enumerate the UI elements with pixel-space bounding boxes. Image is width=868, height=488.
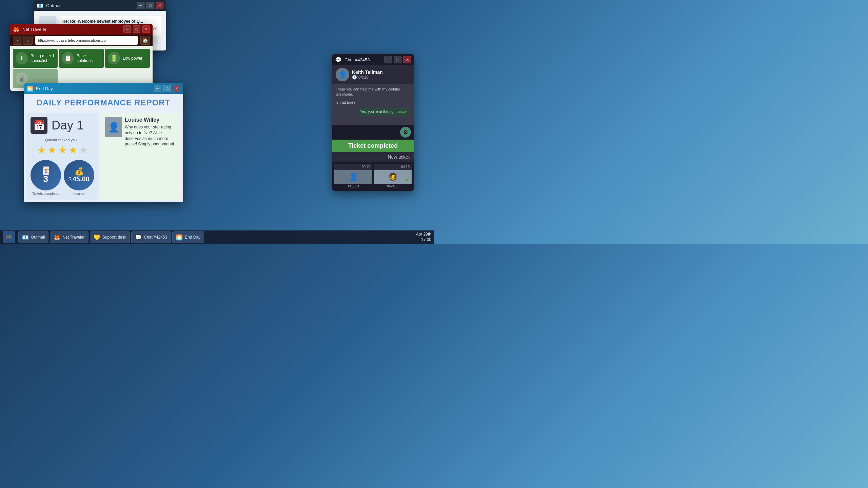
nt-card-low-power[interactable]: 🔋 Low power	[105, 49, 150, 68]
stat-circles: 🃏 3 Tickets completed 💰 $ 45.00	[31, 160, 94, 196]
dollar-sign: $	[68, 177, 72, 183]
chat-body: 👤 Keith Tellman 🕐 04:16 I hear you can h…	[332, 65, 414, 191]
taskbar-chat-label: Chat #42453	[144, 235, 167, 240]
chat-message-2: Is that true?	[336, 100, 410, 105]
taskbar: 🎮 📧 Outmail 🦊 Net Traveler 💛 Support des…	[0, 230, 434, 244]
chat-minimize-button[interactable]: ─	[384, 56, 392, 63]
start-button[interactable]: 🎮	[3, 231, 15, 243]
taskbar-endday-label: End Day	[185, 235, 200, 240]
taskbar-time: 17:00	[416, 237, 431, 243]
endday-body: DAILY PERFORMANCE REPORT 📅 Day 1 Quasar …	[24, 94, 183, 202]
taskbar-item-endday[interactable]: 🌅 End Day	[172, 231, 204, 243]
rank-label: Quasar ranked you...	[31, 138, 94, 142]
taskbar-support-label: Support desk	[102, 235, 126, 240]
taskbar-support-icon: 💛	[94, 234, 100, 241]
endday-titlebar: 🌅 End Day ─ □ ✕	[24, 83, 183, 94]
ticket-2-num: #42453	[374, 184, 412, 189]
nt-url-bar[interactable]: https://wiki.quasartelecommunications.co	[35, 36, 138, 45]
taskbar-outmail-icon: 📧	[22, 234, 29, 241]
endday-title-text: End Day	[36, 86, 151, 91]
low-power-label: Low power	[123, 56, 142, 61]
reviewer-avatar: 👤	[105, 117, 122, 137]
report-title: DAILY PERFORMANCE REPORT	[24, 94, 183, 110]
star-4: ★	[68, 144, 78, 156]
my-message-bubble: Yes, you're at the right place.	[357, 108, 410, 116]
income-circle: 💰 $ 45.00	[64, 160, 94, 190]
outmail-title: Outmail	[46, 3, 134, 8]
chat-maximize-button[interactable]: □	[394, 56, 401, 63]
endday-minimize-button[interactable]: ─	[154, 85, 161, 92]
taskbar-nt-label: Net Traveler	[62, 235, 84, 240]
outmail-icon: 📧	[37, 2, 43, 9]
taskbar-nt-icon: 🦊	[54, 234, 60, 241]
nt-home-button[interactable]: 🏠	[140, 36, 150, 45]
endday-close-button[interactable]: ✕	[173, 85, 180, 92]
chat-time: 🕐 04:16	[352, 75, 410, 80]
tickets-icon: 🃏	[41, 167, 51, 175]
ticket-1-num: #19213	[334, 184, 372, 189]
send-button[interactable]: ⚙	[400, 127, 411, 138]
start-icon: 🎮	[5, 233, 13, 241]
chat-send-area: ⚙	[332, 125, 414, 140]
nt-close-button[interactable]: ✕	[142, 25, 150, 33]
chat-message-3: Yes, you're at the right place.	[336, 108, 410, 116]
chat-icon: 💬	[335, 57, 342, 63]
tickets-count: 3	[43, 175, 48, 183]
ticket-thumb-1[interactable]: 00:49 👤 ✔ #19213	[334, 164, 372, 189]
tickets-label: Tickets completed	[32, 192, 59, 196]
taskbar-item-supportdesk[interactable]: 💛 Support desk	[90, 231, 130, 243]
chat-titlebar: 💬 Chat #42453 ─ □ ✕	[332, 54, 414, 65]
nt-maximize-button[interactable]: □	[133, 25, 140, 33]
nt-toolbar: ‹ › https://wiki.quasartelecommunication…	[10, 35, 153, 46]
income-amount: 45.00	[73, 175, 90, 183]
nt-url-text: https://wiki.quasartelecommunications.co	[38, 38, 106, 42]
reviewer-name: Louise Willey	[125, 117, 176, 123]
nettraveler-icon: 🦊	[13, 26, 20, 33]
ticket-1-check-icon: ✔	[366, 176, 371, 183]
star-3: ★	[58, 144, 67, 156]
endday-inner: 📅 Day 1 Quasar ranked you... ★ ★ ★ ★ ★ 🃏…	[24, 110, 183, 202]
star-1: ★	[37, 144, 46, 156]
taskbar-item-outmail[interactable]: 📧 Outmail	[18, 231, 48, 243]
nt-minimize-button[interactable]: ─	[123, 25, 131, 33]
chat-window: 💬 Chat #42453 ─ □ ✕ 👤 Keith Tellman 🕐 04…	[332, 54, 414, 191]
ticket-thumb-2[interactable]: 04:16 🧔 ✔ #42453	[374, 164, 412, 189]
outmail-maximize-button[interactable]: □	[146, 2, 154, 9]
nettraveler-window: 🦊 Net Traveler ─ □ ✕ ‹ › https://wiki.qu…	[10, 24, 153, 91]
taskbar-item-nettraveler[interactable]: 🦊 Net Traveler	[50, 231, 88, 243]
income-label: Income	[74, 192, 85, 196]
contact-info: Keith Tellman 🕐 04:16	[352, 69, 410, 80]
contact-name: Keith Tellman	[352, 69, 410, 75]
endday-icon: 🌅	[26, 85, 33, 92]
nt-card-tier-specialist[interactable]: ℹ Being a tier 1 specialist	[13, 49, 58, 68]
nt-card-base-solutions[interactable]: 📋 Base solutions	[59, 49, 104, 68]
new-ticket-button[interactable]: New ticket	[332, 152, 414, 162]
nt-cards-grid: ℹ Being a tier 1 specialist 📋 Base solut…	[13, 49, 150, 68]
taskbar-chat-icon: 💬	[135, 234, 142, 241]
ticket-1-avatar: 👤 ✔	[334, 170, 372, 184]
endday-maximize-button[interactable]: □	[163, 85, 171, 92]
clock-icon: 🕐	[352, 75, 357, 80]
star-5: ★	[79, 144, 88, 156]
tickets-circle-wrap: 🃏 3 Tickets completed	[31, 160, 61, 196]
base-solutions-icon: 📋	[62, 52, 74, 64]
taskbar-endday-icon: 🌅	[176, 234, 183, 241]
chat-header: 👤 Keith Tellman 🕐 04:16	[332, 65, 414, 84]
day-header: 📅 Day 1	[31, 117, 94, 134]
review-box: 👤 Louise Willey Why does your star ratin…	[105, 117, 176, 147]
outmail-minimize-button[interactable]: ─	[137, 2, 144, 9]
income-value: $ 45.00	[68, 175, 90, 183]
chat-title-text: Chat #42453	[344, 57, 382, 62]
taskbar-item-chat[interactable]: 💬 Chat #42453	[131, 231, 171, 243]
ticket-completed-bar: Ticket completed	[332, 140, 414, 152]
endday-left-panel: 📅 Day 1 Quasar ranked you... ★ ★ ★ ★ ★ 🃏…	[26, 113, 98, 200]
ticket-1-time: 00:49	[334, 164, 372, 170]
chat-tickets-row: 00:49 👤 ✔ #19213 04:16 🧔 ✔ #42453	[332, 162, 414, 191]
nt-forward-button[interactable]: ›	[23, 36, 33, 45]
chat-close-button[interactable]: ✕	[403, 56, 411, 63]
outmail-close-button[interactable]: ✕	[156, 2, 163, 9]
nt-back-button[interactable]: ‹	[13, 36, 22, 45]
income-circle-wrap: 💰 $ 45.00 Income	[64, 160, 94, 196]
base-solutions-label: Base solutions	[77, 54, 101, 63]
chat-messages: I hear you can help me with my cellular …	[332, 84, 414, 125]
